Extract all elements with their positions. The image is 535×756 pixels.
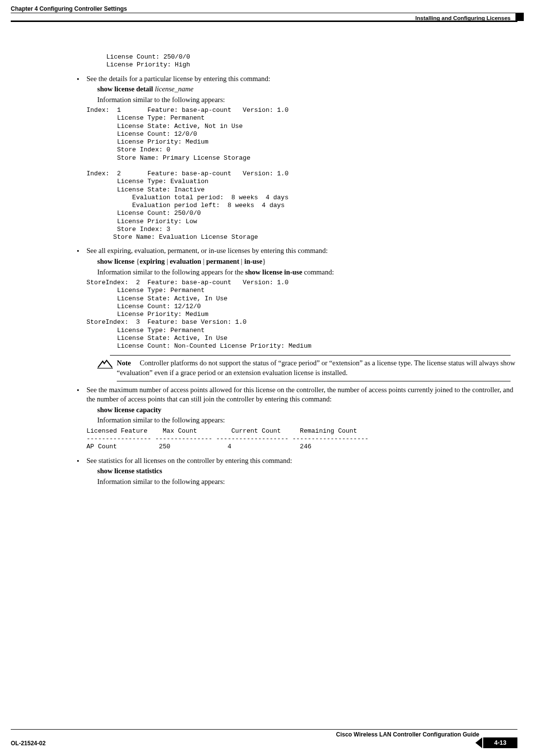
info-bold-command: show license in-use bbox=[245, 268, 302, 276]
header-rule-bottom bbox=[11, 21, 517, 22]
code-block-inuse: StoreIndex: 2 Feature: base-ap-count Ver… bbox=[86, 279, 515, 350]
note-block: NoteController platforms do not support … bbox=[97, 358, 515, 381]
header-chapter: Chapter 4 Configuring Controller Setting… bbox=[11, 5, 127, 13]
command-option-permanent: permanent bbox=[206, 257, 239, 265]
info-line: Information similar to the following app… bbox=[97, 416, 515, 425]
footer: Cisco Wireless LAN Controller Configurat… bbox=[11, 729, 517, 747]
command-option-expiring: expiring bbox=[140, 257, 165, 265]
command-bold: show license capacity bbox=[97, 406, 161, 414]
info-post: command: bbox=[302, 268, 334, 276]
command-italic-arg: license_name bbox=[153, 85, 193, 93]
bullet-show-license-detail: See the details for a particular license… bbox=[76, 74, 515, 242]
bullet-show-license-statistics: See statistics for all licenses on the c… bbox=[76, 456, 515, 487]
bullet-text: See the maximum number of access points … bbox=[86, 386, 513, 403]
command-bold: show license detail bbox=[97, 85, 153, 93]
separator: | bbox=[165, 257, 170, 265]
code-block-intro: License Count: 250/0/0 License Priority:… bbox=[76, 53, 515, 69]
note-rule-top bbox=[110, 355, 511, 356]
info-pre: Information similar to the following app… bbox=[97, 268, 245, 276]
bullet-text: See the details for a particular license… bbox=[86, 75, 270, 83]
bullet-text: See statistics for all licenses on the c… bbox=[86, 457, 292, 464]
separator: | bbox=[239, 257, 244, 265]
command-prefix: show license bbox=[97, 257, 134, 265]
bullet-show-license-types: See all expiring, evaluation, permanent,… bbox=[76, 246, 515, 381]
header-rule-top bbox=[11, 13, 517, 13]
footer-page-number: 4-13 bbox=[483, 737, 517, 748]
footer-ol-number: OL-21524-02 bbox=[11, 739, 45, 747]
brace-open: { bbox=[134, 257, 140, 265]
separator: | bbox=[201, 257, 206, 265]
footer-doc-title: Cisco Wireless LAN Controller Configurat… bbox=[11, 731, 517, 738]
note-label: Note bbox=[117, 359, 131, 367]
command-option-evaluation: evaluation bbox=[170, 257, 201, 265]
footer-rule bbox=[11, 729, 517, 730]
bullet-show-license-capacity: See the maximum number of access points … bbox=[76, 385, 515, 451]
note-rule-bottom bbox=[117, 381, 511, 381]
footer-arrow-icon bbox=[475, 737, 482, 748]
command-bold: show license statistics bbox=[97, 467, 162, 475]
code-block-detail: Index: 1 Feature: base-ap-count Version:… bbox=[86, 106, 515, 241]
bullet-text: See all expiring, evaluation, permanent,… bbox=[86, 247, 328, 254]
note-text: Controller platforms do not support the … bbox=[117, 359, 515, 377]
note-icon bbox=[97, 358, 117, 372]
info-line: Information similar to the following app… bbox=[97, 477, 515, 487]
header-corner-mark bbox=[515, 13, 524, 21]
brace-close: } bbox=[262, 257, 266, 265]
info-line: Information similar to the following app… bbox=[97, 95, 515, 105]
code-block-capacity: Licensed Feature Max Count Current Count… bbox=[86, 427, 515, 451]
command-option-inuse: in-use bbox=[244, 257, 262, 265]
page-content: License Count: 250/0/0 License Priority:… bbox=[76, 51, 515, 489]
